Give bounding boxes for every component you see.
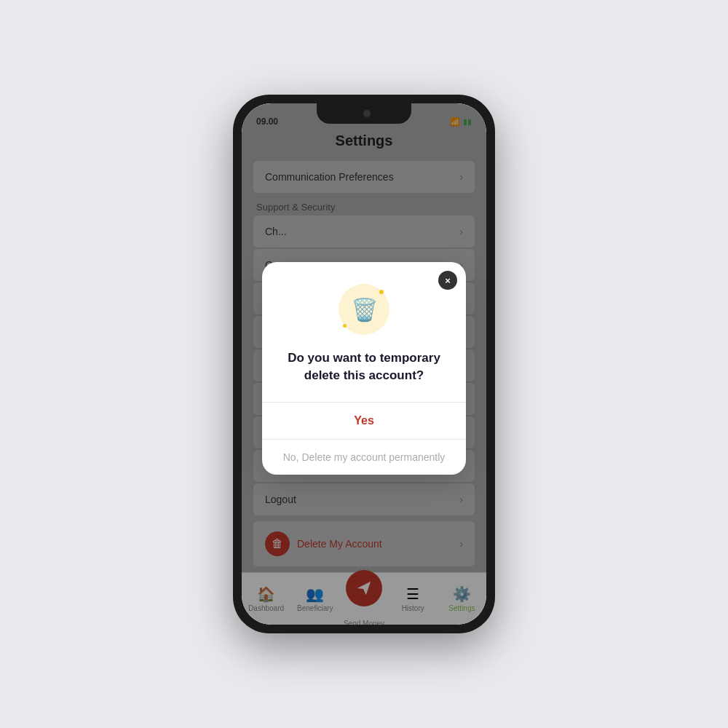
trash-illustration: 🗑️ [339,284,389,335]
close-icon: × [445,275,451,286]
phone-frame: 09.00 📶 ▮▮ Settings Communication Prefer… [233,95,495,633]
screen-content: 09.00 📶 ▮▮ Settings Communication Prefer… [242,103,486,625]
camera [363,110,371,117]
modal-no-button[interactable]: No, Delete my account permanently [262,440,466,475]
trash-illustration-icon: 🗑️ [351,297,378,323]
modal-question-text: Do you want to temporary delete this acc… [280,349,448,384]
modal-close-button[interactable]: × [438,271,457,290]
phone-screen: 09.00 📶 ▮▮ Settings Communication Prefer… [242,103,486,625]
modal-body: 🗑️ Do you want to temporary delete this … [262,262,466,384]
modal-yes-button[interactable]: Yes [262,403,466,440]
notch [317,103,411,124]
delete-confirm-modal: × 🗑️ Do you want to temporary delete thi… [262,262,466,475]
